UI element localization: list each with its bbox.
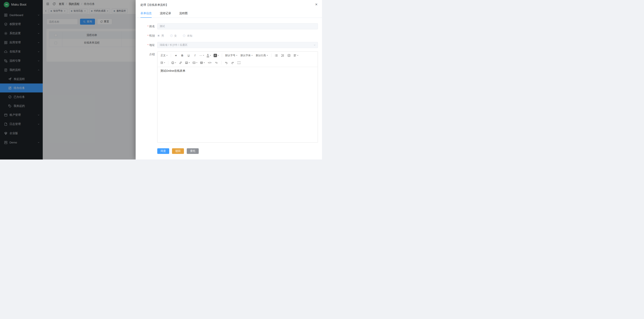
caret-icon (175, 62, 176, 63)
caret-icon (218, 55, 219, 56)
radio-unknown[interactable]: 未知 (183, 34, 192, 38)
drawer-title: 处理【在线表单流程】 (140, 3, 168, 6)
drawer-tabs: 表单信息 流转记录 流程图 (136, 10, 322, 18)
caret-icon (166, 55, 168, 56)
numbered-list-button[interactable] (280, 53, 286, 58)
drawer-header: 处理【在线表单流程】 (136, 0, 322, 8)
more-styles-dropdown[interactable]: ⋯ (198, 53, 205, 58)
code-block-button[interactable]: </> (206, 60, 213, 66)
caret-icon (252, 55, 252, 56)
radio-dot (183, 34, 186, 37)
chevron-down-icon (314, 44, 316, 46)
agree-button[interactable]: 同意 (157, 148, 169, 154)
bullet-list-button[interactable] (274, 53, 279, 58)
name-field[interactable] (157, 23, 318, 29)
editor-content[interactable]: 测试Online在线表单 (158, 67, 318, 143)
blockquote-button[interactable]: “ (173, 53, 179, 58)
italic-button[interactable]: I (192, 53, 198, 58)
caret-icon (236, 55, 237, 56)
caret-icon (297, 55, 298, 56)
delegate-button[interactable]: 委托 (187, 148, 199, 154)
caret-icon (204, 62, 205, 63)
caret-icon (189, 62, 190, 63)
redo-button[interactable] (230, 60, 236, 66)
radio-label: 女 (174, 34, 177, 38)
caret-icon (267, 55, 268, 56)
tab-flow-records[interactable]: 流转记录 (160, 10, 171, 18)
color-bar (207, 57, 209, 57)
toolbar-separator (221, 61, 222, 65)
todo-list-button[interactable] (286, 53, 292, 58)
form-row-address: 地址 湖南省 / 长沙市 / 岳麓区 (136, 42, 322, 48)
address-select-value: 湖南省 / 长沙市 / 岳麓区 (160, 43, 188, 47)
radio-label: 未知 (187, 34, 192, 38)
tab-form-info[interactable]: 表单信息 (140, 10, 152, 18)
toolbar-separator (271, 54, 272, 57)
radio-label: 男 (161, 34, 164, 38)
font-family-dropdown[interactable]: 默认字体 (239, 53, 254, 58)
caret-icon (164, 62, 165, 63)
link-button[interactable] (178, 60, 184, 66)
gender-radio-group: 男 女 未知 (157, 33, 318, 39)
form-row-name: 姓名 (136, 23, 322, 29)
intro-label: 介绍 (136, 51, 157, 143)
align-dropdown[interactable] (292, 53, 299, 58)
process-form: 姓名 性别 男 女 未知 (136, 18, 322, 160)
address-label: 地址 (136, 42, 157, 48)
radio-dot (157, 34, 160, 37)
paragraph-style-dropdown[interactable]: 正文 (159, 53, 169, 58)
radio-dot (170, 34, 173, 37)
name-label: 姓名 (136, 23, 157, 29)
caret-icon (196, 62, 198, 63)
editor-toolbar: 正文 “ B U I ⋯ A A 默认字号 默认字体 默认行 (158, 52, 318, 67)
drawer-actions: 同意 驳回 委托 (136, 146, 322, 154)
radio-female[interactable]: 女 (170, 34, 177, 38)
reject-button[interactable]: 驳回 (172, 148, 184, 154)
gender-label: 性别 (136, 33, 157, 39)
tab-flow-chart[interactable]: 流程图 (179, 10, 188, 18)
divider-button[interactable] (214, 60, 219, 66)
line-height-dropdown[interactable]: 默认行高 (255, 53, 269, 58)
fullscreen-button[interactable] (236, 60, 242, 66)
underline-button[interactable]: U (186, 53, 192, 58)
toolbar-separator (222, 54, 222, 57)
undo-button[interactable] (224, 60, 229, 66)
caret-icon (203, 55, 204, 56)
process-handle-drawer: 处理【在线表单流程】 表单信息 流转记录 流程图 姓名 性别 男 (136, 0, 322, 160)
toolbar-separator (168, 61, 168, 65)
video-dropdown[interactable] (192, 60, 198, 66)
form-row-gender: 性别 男 女 未知 (136, 33, 322, 39)
font-color-dropdown[interactable]: A (206, 53, 212, 58)
table-dropdown[interactable] (199, 60, 206, 66)
radio-male[interactable]: 男 (157, 34, 164, 38)
close-icon[interactable] (315, 3, 318, 7)
rich-text-editor: 正文 “ B U I ⋯ A A 默认字号 默认字体 默认行 (157, 51, 318, 143)
editor-toolbar-row-2: </> (159, 59, 316, 66)
background-color-dropdown[interactable]: A (213, 53, 220, 58)
bold-button[interactable]: B (180, 53, 185, 58)
indent-dropdown[interactable] (159, 60, 166, 66)
editor-toolbar-row-1: 正文 “ B U I ⋯ A A 默认字号 默认字体 默认行 (159, 52, 316, 59)
caret-icon (210, 55, 211, 56)
image-dropdown[interactable] (184, 60, 191, 66)
address-select[interactable]: 湖南省 / 长沙市 / 岳麓区 (157, 42, 318, 48)
font-size-dropdown[interactable]: 默认字号 (224, 53, 238, 58)
emoji-dropdown[interactable] (170, 60, 177, 66)
form-row-intro: 介绍 正文 “ B U I ⋯ A A (136, 51, 322, 143)
